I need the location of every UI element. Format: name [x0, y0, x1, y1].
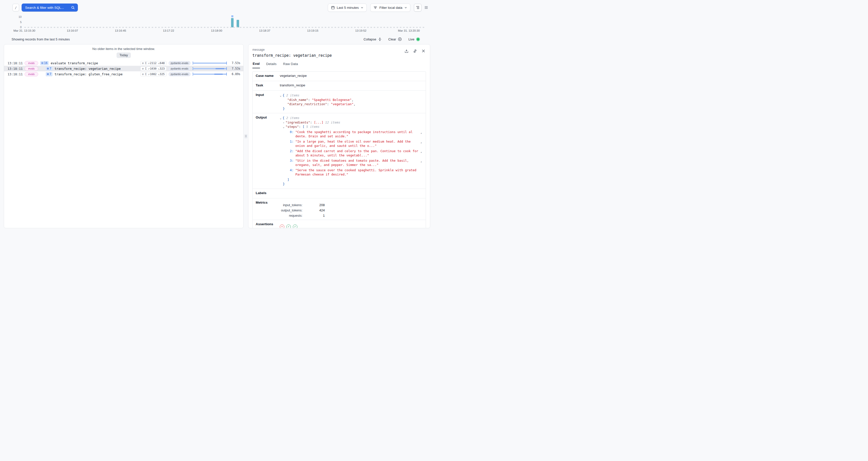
duration-bar[interactable]	[193, 67, 227, 70]
token-stats-chip[interactable]: ⊘ Σ ↗2112 ↘648	[141, 61, 166, 65]
case-name-value: vegetarian_recipe	[277, 71, 426, 81]
tree-view-button[interactable]	[414, 4, 422, 11]
caret-right-icon[interactable]: ›	[283, 121, 285, 125]
input-tokens-stat: ↗1030	[148, 67, 156, 70]
null-icon: ⊘	[142, 67, 144, 70]
x-axis-tick: 13:16:07	[67, 29, 78, 32]
empty-window-notice: No older items in the selected time wind…	[4, 47, 243, 51]
live-button[interactable]: Live	[408, 37, 420, 41]
tab-eval[interactable]: Eval	[252, 62, 260, 68]
status-actions: Collapse Clear Live	[364, 37, 420, 41]
x-axis-tick: 13:19:15	[307, 29, 318, 32]
x-axis-tick: 13:18:37	[259, 29, 270, 32]
detail-title: transform_recipe: vegetarian_recipe	[252, 53, 332, 58]
today-button[interactable]: Today	[117, 53, 131, 58]
date-divider: Today	[4, 53, 243, 58]
json-array-item: 2:"Add the diced carrot and celery to th…	[290, 149, 423, 158]
package-badge[interactable]: pydantic-evals	[168, 72, 191, 76]
list-view-button[interactable]	[423, 4, 430, 11]
input-label: Input	[253, 91, 277, 113]
case-name-label: Case name	[253, 71, 277, 81]
archive-icon	[404, 49, 409, 53]
trace-row[interactable]: 13:18:11 evals ⊟ 16 evaluate transform_r…	[4, 60, 243, 66]
x-axis-tick: 13:18:00	[211, 29, 222, 32]
metrics-grid: input_tokens: 208 output_tokens: 424 req…	[280, 201, 423, 217]
assertion-fail-icon[interactable]: ×	[280, 224, 284, 228]
filter-dropdown[interactable]: Filter local data	[370, 3, 410, 12]
tag-badge-evals[interactable]: evals	[25, 61, 38, 65]
metric-key: output_tokens:	[280, 208, 302, 212]
copy-link-button[interactable]	[412, 49, 417, 54]
trace-row[interactable]: 13:18:11 evals ⊞ 7 transform_recipe: glu…	[4, 71, 243, 77]
close-detail-button[interactable]	[421, 49, 426, 54]
row-timestamp: 13:18:11	[7, 67, 23, 70]
bar-track	[193, 63, 227, 64]
span-title[interactable]: evaluate transform_recipe	[51, 61, 98, 65]
child-count: 7	[50, 72, 51, 76]
chart-plot[interactable]	[24, 14, 409, 27]
tab-details[interactable]: Details	[266, 62, 277, 68]
arrow-up-right-icon: ↗	[148, 72, 150, 76]
token-stats-chip[interactable]: ⊘ Σ ↗1030 ↘323	[141, 66, 166, 71]
sigma-icon: Σ	[145, 72, 147, 76]
json-line: ]	[287, 178, 423, 182]
package-badge[interactable]: pydantic-evals	[168, 66, 191, 71]
task-value: transform_recipe	[277, 81, 426, 90]
tag-badge-evals[interactable]: evals	[25, 66, 38, 71]
assertion-pass-icon[interactable]: ✓	[293, 224, 298, 228]
search-button[interactable]: Search & filter with SQL...	[22, 3, 78, 11]
time-range-dropdown[interactable]: Last 5 minutes	[328, 3, 367, 12]
caret-down-icon[interactable]: ⌄	[283, 125, 285, 129]
x-axis-tick: Mar 31. 13:20:30	[398, 29, 420, 32]
duration-label: 7.53s	[229, 61, 240, 65]
json-line: ⌄{2 items	[280, 93, 423, 98]
span-title[interactable]: transform_recipe: vegetarian_recipe	[55, 67, 121, 70]
x-axis-tick: 13:19:52	[355, 29, 366, 32]
tag-badge-evals[interactable]: evals	[25, 72, 38, 76]
live-indicator-dot	[416, 37, 420, 41]
metric-key: input_tokens:	[280, 203, 302, 207]
package-badge[interactable]: pydantic-evals	[168, 61, 191, 65]
trace-rows: 13:18:11 evals ⊟ 16 evaluate transform_r…	[4, 60, 243, 77]
labels-label: Labels	[253, 189, 277, 198]
input-row: Input ⌄{2 items "dish_name": "Spaghetti …	[253, 91, 426, 113]
duration-bar[interactable]	[193, 62, 227, 64]
caret-down-icon[interactable]: ⌄	[280, 94, 283, 97]
bar-end-tick	[226, 67, 227, 70]
archive-panel-button[interactable]	[404, 49, 409, 54]
tab-raw-data[interactable]: Raw Data	[283, 62, 298, 68]
clear-button[interactable]: Clear	[388, 37, 402, 41]
json-line: }	[283, 106, 423, 111]
chevron-down-icon	[361, 6, 364, 9]
span-count-toggle[interactable]: ⊞ 7	[46, 66, 53, 71]
search-label: Search & filter with SQL...	[25, 6, 64, 9]
child-count: 7	[50, 67, 51, 70]
token-stats-chip[interactable]: ⊘ Σ ↗1082 ↘325	[141, 72, 166, 76]
topbar-right: Last 5 minutes Filter local data	[328, 3, 430, 12]
json-line: }	[283, 182, 423, 186]
arrow-down-right-icon: ↘	[158, 72, 159, 76]
collapse-button[interactable]: Collapse	[364, 37, 382, 41]
span-count-toggle[interactable]: ⊞ 7	[46, 72, 53, 76]
arrow-down-right-icon: ↘	[158, 62, 159, 65]
span-title[interactable]: transform_recipe: gluten_free_recipe	[55, 72, 123, 76]
status-bar: Showing records from the last 5 minutes …	[11, 37, 420, 42]
assertion-pass-icon[interactable]: ✓	[286, 224, 291, 228]
trace-row-selected[interactable]: 13:18:11 evals ⊞ 7 transform_recipe: veg…	[4, 66, 243, 71]
filter-label: Filter local data	[379, 6, 402, 9]
items-count-hint: 2 items	[286, 93, 300, 97]
grip-icon: ⠿	[244, 134, 247, 139]
duration-bar[interactable]	[193, 72, 227, 75]
slash-shortcut-button[interactable]: /	[12, 4, 19, 11]
caret-down-icon[interactable]: ⌄	[280, 116, 283, 120]
output-tokens-stat: ↘325	[158, 72, 165, 76]
labels-row: Labels	[253, 189, 426, 198]
panel-resize-handle[interactable]: ⠿	[244, 44, 248, 228]
items-count-hint: 2 items	[286, 116, 300, 120]
y-axis-tick: 0	[14, 26, 22, 29]
bar-segment	[214, 73, 223, 75]
x-axis-tick: Mar 31. 13:15:30	[13, 29, 35, 32]
output-json-viewer: ⌄{2 items ›"ingredients": [...]12 items …	[277, 113, 426, 189]
span-count-toggle[interactable]: ⊟ 16	[40, 61, 49, 65]
input-json-viewer: ⌄{2 items "dish_name": "Spaghetti Bologn…	[277, 91, 426, 113]
